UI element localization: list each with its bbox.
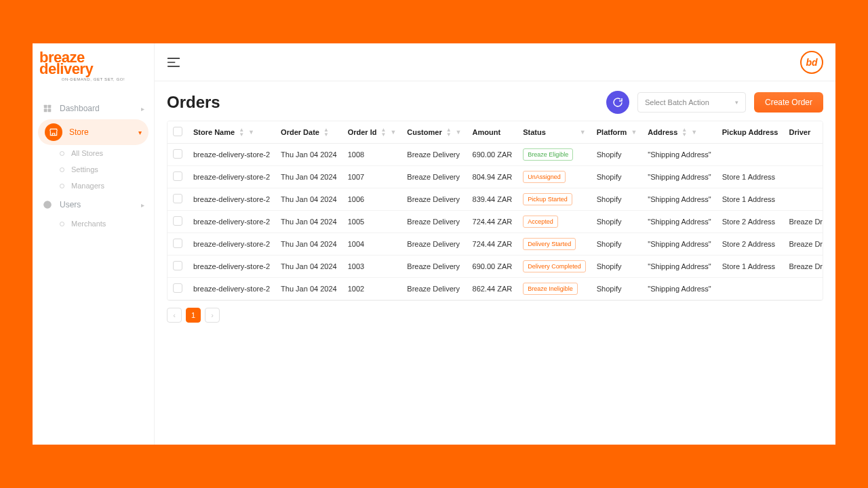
sidebar-item-store[interactable]: Store ▾ xyxy=(38,119,149,145)
cell-date: Thu Jan 04 2024 xyxy=(275,166,342,188)
table-row: breaze-delivery-store-2Thu Jan 04 202410… xyxy=(167,166,823,188)
store-icon xyxy=(45,123,62,141)
cell-platform: Shopify xyxy=(591,256,643,278)
cell-status: Breaze Eligible xyxy=(517,144,591,166)
chevron-down-icon: ▾ xyxy=(735,99,738,106)
menu-toggle-icon[interactable] xyxy=(167,57,180,68)
svg-rect-0 xyxy=(44,105,47,108)
filter-icon[interactable]: ▼ xyxy=(456,129,462,136)
sort-icon[interactable]: ▲▼ xyxy=(323,127,329,137)
cell-date: Thu Jan 04 2024 xyxy=(275,144,342,166)
svg-point-4 xyxy=(43,201,52,209)
sort-icon[interactable]: ▲▼ xyxy=(380,127,386,137)
filter-icon[interactable]: ▼ xyxy=(631,129,637,136)
info-icon xyxy=(42,199,53,210)
pagination: ‹ 1 › xyxy=(167,308,823,323)
table-row: breaze-delivery-store-2Thu Jan 04 202410… xyxy=(167,233,823,256)
cell-platform: Shopify xyxy=(591,278,643,300)
cell-customer: Breaze Delivery xyxy=(401,144,467,166)
row-checkbox[interactable] xyxy=(173,171,182,181)
cell-status: Delivery Completed xyxy=(517,256,591,278)
cell-date: Thu Jan 04 2024 xyxy=(275,188,342,211)
col-driver: Driver▲▼ xyxy=(783,121,823,144)
brand-badge[interactable]: bd xyxy=(800,51,823,74)
row-checkbox[interactable] xyxy=(173,239,182,248)
sidebar-item-label: Dashboard xyxy=(60,104,100,113)
row-checkbox[interactable] xyxy=(173,216,182,226)
col-amount: Amount xyxy=(467,121,518,144)
sidebar-sub-managers[interactable]: Managers xyxy=(33,178,154,194)
sidebar-sub-all-stores[interactable]: All Stores xyxy=(33,145,154,161)
row-checkbox[interactable] xyxy=(173,149,182,159)
row-checkbox[interactable] xyxy=(173,283,182,293)
sidebar-sub-merchants[interactable]: Merchants xyxy=(33,216,154,232)
cell-amount: 724.44 ZAR xyxy=(467,211,518,233)
cell-pickup: Store 1 Address xyxy=(717,256,784,278)
page-prev-button[interactable]: ‹ xyxy=(167,308,182,323)
sidebar-item-label: Users xyxy=(60,200,81,209)
batch-action-select[interactable]: Select Batch Action ▾ xyxy=(637,92,746,113)
cell-store: breaze-delivery-store-2 xyxy=(188,211,275,233)
cell-pickup xyxy=(717,278,784,300)
cell-id: 1008 xyxy=(342,144,402,166)
cell-id: 1005 xyxy=(342,211,402,233)
sort-icon[interactable]: ▲▼ xyxy=(239,127,244,137)
col-id: Order Id▲▼▼ xyxy=(342,121,402,144)
cell-customer: Breaze Delivery xyxy=(401,278,467,300)
row-checkbox[interactable] xyxy=(173,194,182,203)
svg-rect-2 xyxy=(44,109,47,113)
cell-pickup: Store 2 Address xyxy=(717,211,784,233)
batch-action-label: Select Batch Action xyxy=(645,98,709,106)
filter-icon[interactable]: ▼ xyxy=(248,129,254,136)
sort-icon[interactable]: ▲▼ xyxy=(682,127,687,137)
page-next-button[interactable]: › xyxy=(205,308,220,323)
chevron-down-icon: ▾ xyxy=(138,129,142,136)
page-number-button[interactable]: 1 xyxy=(186,308,201,323)
sidebar-item-dashboard[interactable]: Dashboard ▸ xyxy=(33,98,154,119)
header-actions: Select Batch Action ▾ Create Order xyxy=(606,91,823,114)
cell-date: Thu Jan 04 2024 xyxy=(275,256,342,278)
cell-id: 1007 xyxy=(342,166,402,188)
cell-driver xyxy=(783,144,823,166)
sidebar: breaze delivery ON-DEMAND, GET SET, GO! … xyxy=(33,43,155,445)
col-platform: Platform▼ xyxy=(591,121,643,144)
cell-customer: Breaze Delivery xyxy=(401,256,467,278)
chevron-right-icon: ▸ xyxy=(141,105,144,113)
cell-pickup: Store 1 Address xyxy=(717,166,784,188)
cell-store: breaze-delivery-store-2 xyxy=(188,278,275,300)
col-date: Order Date▲▼ xyxy=(275,121,342,144)
cell-amount: 690.00 ZAR xyxy=(467,256,518,278)
cell-platform: Shopify xyxy=(591,144,643,166)
cell-date: Thu Jan 04 2024 xyxy=(275,278,342,300)
create-order-button[interactable]: Create Order xyxy=(754,92,823,113)
table-row: breaze-delivery-store-2Thu Jan 04 202410… xyxy=(167,278,823,300)
cell-driver: Breaze Driver 1 xyxy=(783,211,823,233)
col-address: Address▲▼▼ xyxy=(642,121,716,144)
cell-driver: Breaze Driver 3 xyxy=(783,256,823,278)
filter-icon[interactable]: ▼ xyxy=(580,129,586,136)
filter-icon[interactable]: ▼ xyxy=(691,129,697,136)
filter-icon[interactable]: ▼ xyxy=(390,129,396,136)
cell-customer: Breaze Delivery xyxy=(401,188,467,211)
table-row: breaze-delivery-store-2Thu Jan 04 202410… xyxy=(167,256,823,278)
cell-id: 1004 xyxy=(342,233,402,256)
col-pickup: Pickup Address xyxy=(717,121,784,144)
cell-store: breaze-delivery-store-2 xyxy=(188,166,275,188)
cell-store: breaze-delivery-store-2 xyxy=(188,144,275,166)
col-customer: Customer▲▼▼ xyxy=(401,121,467,144)
brand-logo: breaze delivery ON-DEMAND, GET SET, GO! xyxy=(33,43,154,85)
refresh-button[interactable] xyxy=(606,91,629,114)
row-checkbox[interactable] xyxy=(173,261,182,270)
cell-address: "Shipping Address" xyxy=(642,278,716,300)
sidebar-sub-settings[interactable]: Settings xyxy=(33,161,154,178)
cell-address: "Shipping Address" xyxy=(642,166,716,188)
cell-id: 1003 xyxy=(342,256,402,278)
select-all-checkbox[interactable] xyxy=(173,127,182,136)
main: bd Orders Select Batch Action ▾ Create O… xyxy=(155,43,835,445)
cell-address: "Shipping Address" xyxy=(642,256,716,278)
sidebar-item-users[interactable]: Users ▸ xyxy=(33,194,154,216)
cell-address: "Shipping Address" xyxy=(642,233,716,256)
col-status: Status▼ xyxy=(517,121,591,144)
cell-id: 1002 xyxy=(342,278,402,300)
sort-icon[interactable]: ▲▼ xyxy=(446,127,452,137)
